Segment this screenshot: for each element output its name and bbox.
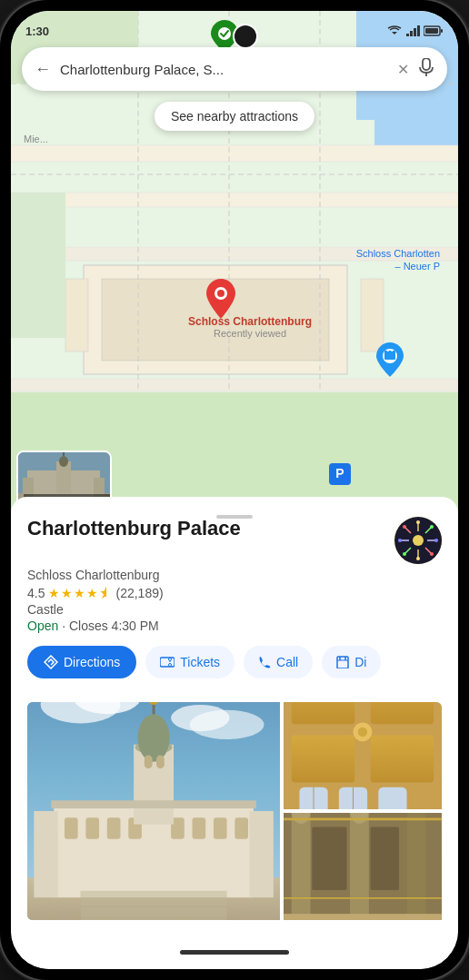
phone-screen: P Mie... 1:30 [11,11,458,969]
save-icon [336,656,349,668]
svg-rect-69 [160,658,175,667]
call-label: Call [276,655,298,669]
stars-container: ★ ★ ★ ★ ⯨ [48,586,112,600]
svg-rect-91 [34,811,57,897]
svg-text:Mie...: Mie... [24,134,48,144]
svg-point-68 [403,552,406,556]
svg-marker-24 [392,32,397,35]
signal-icon [405,25,420,36]
svg-rect-72 [337,657,348,668]
star-3: ★ [74,586,85,600]
search-bar[interactable]: ← Charlottenburg Palace, S... ✕ [22,47,447,91]
tickets-icon [160,656,175,668]
map-label-charlottenburg: Schloss Charlotten – Neuer P [356,247,440,273]
svg-point-67 [430,525,434,529]
svg-point-70 [169,658,172,661]
review-count: (22,189) [115,586,163,600]
svg-rect-119 [350,813,369,920]
svg-point-65 [403,525,406,529]
svg-rect-124 [371,827,399,891]
svg-rect-20 [11,193,65,338]
svg-rect-120 [407,813,426,920]
wifi-icon [387,25,402,36]
svg-rect-88 [193,817,206,838]
place-title-area: Charlottenburg Palace [27,517,241,540]
tickets-button[interactable]: Tickets [145,646,234,678]
svg-rect-84 [85,817,99,838]
map-label-line2: – Neuer P [356,260,440,272]
svg-rect-32 [423,58,430,70]
svg-rect-85 [107,817,121,838]
svg-rect-106 [371,702,434,724]
svg-rect-89 [214,817,227,838]
red-pin-icon [206,279,235,319]
status-bar: 1:30 [11,11,458,44]
svg-point-80 [171,705,229,731]
call-button[interactable]: Call [244,646,313,678]
directions-button[interactable]: Directions [27,646,136,678]
svg-rect-26 [410,31,413,36]
status-icons [387,25,444,36]
svg-rect-100 [51,800,255,808]
photo-side [284,702,442,920]
clear-button[interactable]: ✕ [397,61,409,78]
search-input[interactable]: Charlottenburg Palace, S... [60,62,388,77]
chess-pin-icon [376,342,404,377]
photos-grid[interactable] [11,702,458,920]
status-time: 1:30 [25,25,49,38]
rating-number: 4.5 [27,586,45,600]
star-4: ★ [86,586,98,600]
more-button[interactable]: Di [322,646,381,678]
mic-icon [418,58,434,76]
tickets-label: Tickets [180,655,220,669]
photo-interior-bottom[interactable] [284,813,442,920]
nearby-attractions-button[interactable]: See nearby attractions [155,102,314,131]
bottom-sheet: Charlottenburg Palace [11,497,458,969]
photo-interior-top[interactable] [284,702,442,809]
svg-rect-107 [292,735,355,782]
close-time: · Closes 4:30 PM [62,619,159,633]
svg-rect-30 [425,28,438,34]
star-5: ⯨ [99,586,112,600]
home-indicator[interactable] [180,950,289,955]
svg-rect-41 [393,351,395,353]
place-avatar[interactable] [394,517,442,564]
directions-label: Directions [64,655,120,669]
place-info: Charlottenburg Palace [11,497,458,702]
svg-text:P: P [335,466,344,480]
svg-point-36 [217,290,225,297]
place-type: Castle [27,602,442,617]
directions-icon [44,655,58,669]
nearby-label: See nearby attractions [171,109,298,124]
svg-rect-7 [65,279,88,351]
phone-frame: P Mie... 1:30 [0,0,469,980]
svg-rect-27 [414,28,416,36]
photo-main[interactable] [27,702,280,920]
location-pin[interactable] [206,279,235,322]
place-status: Open · Closes 4:30 PM [27,619,442,633]
place-avatar-img [394,517,442,564]
interior-photo-2 [284,813,442,920]
map-place-recently: Recently viewed [188,328,312,339]
star-2: ★ [61,586,73,600]
svg-point-61 [416,520,420,524]
svg-rect-97 [156,756,165,769]
svg-rect-10 [11,379,458,391]
place-subtitle: Schloss Charlottenburg [27,568,442,582]
svg-rect-39 [384,351,387,353]
svg-point-95 [138,714,170,762]
battery-icon [424,25,444,36]
map-label-line1: Schloss Charlotten [356,247,440,260]
mic-button[interactable] [418,58,434,80]
map-area: P Mie... 1:30 [11,11,458,520]
svg-rect-40 [389,351,392,353]
back-button[interactable]: ← [35,60,51,79]
svg-rect-4 [11,193,458,207]
svg-rect-25 [406,34,409,36]
palace-photo [27,702,280,920]
svg-point-52 [413,535,424,546]
svg-point-71 [169,664,172,667]
chess-pin[interactable] [376,342,404,381]
drag-handle[interactable] [216,515,253,519]
svg-point-63 [398,539,402,542]
